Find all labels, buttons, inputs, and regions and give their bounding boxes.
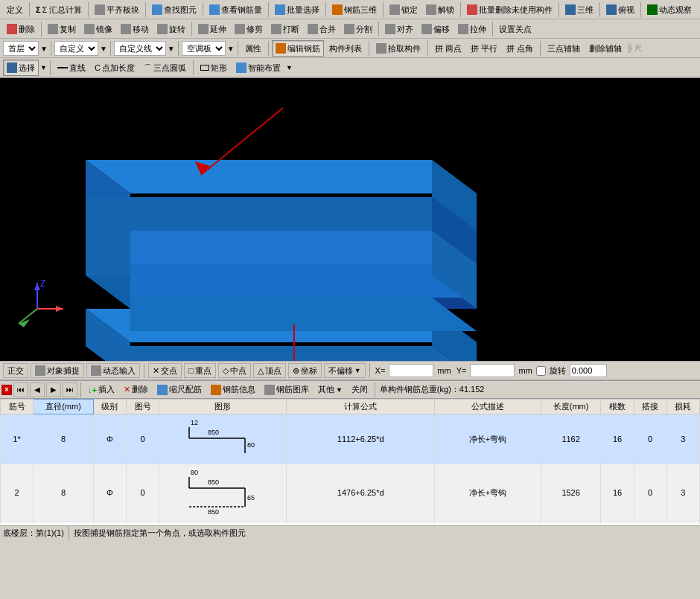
rebar-delete-btn[interactable]: ✕ 删除 — [120, 382, 152, 397]
parallel-btn[interactable]: 拼 平行 — [467, 40, 501, 57]
select-btn[interactable]: 选择 — [3, 60, 39, 76]
sep14 — [378, 22, 379, 36]
next-btn[interactable]: ▶ — [46, 382, 61, 397]
pick-point-btn[interactable]: 拾取构件 — [372, 40, 424, 57]
add-length-btn[interactable]: C 点加长度 — [91, 60, 139, 76]
component-select[interactable]: 空调板 — [182, 41, 226, 56]
coordinate-btn[interactable]: ⊕ 坐标 — [288, 363, 322, 378]
svg-marker-4 — [86, 197, 477, 231]
orthogonal-btn[interactable]: 正交 — [3, 363, 28, 378]
copy-btn[interactable]: 复制 — [44, 21, 80, 37]
smart-layout-icon — [236, 63, 246, 73]
break-btn[interactable]: 打断 — [267, 21, 303, 37]
stretch-btn[interactable]: 拉伸 — [454, 21, 490, 37]
y-input[interactable] — [470, 364, 515, 377]
line-icon — [57, 67, 68, 68]
dynamic-view-label: 动态观察 — [659, 4, 692, 16]
main-viewport[interactable]: Z — [0, 78, 700, 361]
table-container[interactable]: 筋号 直径(mm) 级别 图号 图形 计算公式 公式描述 长度(mm) 根数 搭… — [0, 399, 700, 524]
prop-btn[interactable]: 属性 — [241, 40, 265, 57]
lock-btn[interactable]: 锁定 — [386, 1, 421, 18]
cell-diameter[interactable] — [34, 522, 94, 525]
cross-btn[interactable]: ✕ 交点 — [148, 363, 182, 378]
close-btn[interactable]: 关闭 — [348, 382, 372, 397]
sep24 — [50, 60, 51, 75]
unlock-btn[interactable]: 解锁 — [422, 1, 458, 18]
toolbar-row3: 首层 ▼ 自定义 ▼ 自定义线 ▼ 空调板 ▼ 属性 编辑钢筋 构件列表 拾取构… — [0, 39, 700, 58]
rebar-info-btn[interactable]: 钢筋信息 — [207, 382, 259, 397]
define-btn[interactable]: 定义 — [3, 1, 27, 18]
prev-btn[interactable]: ◀ — [30, 382, 45, 397]
col-figno: 图号 — [126, 400, 159, 414]
batch-select-btn[interactable]: 批量选择 — [271, 1, 323, 18]
top-view-btn[interactable]: 俯视 — [602, 1, 638, 18]
corner-btn[interactable]: 拼 点角 — [503, 40, 537, 57]
table-row[interactable]: 3 80 净长+弯钩 735 — [1, 522, 700, 525]
last-btn[interactable]: ⏭ — [63, 382, 77, 397]
joint-btn[interactable]: 拼 两点 — [431, 40, 465, 57]
mirror-btn[interactable]: 镜像 — [80, 21, 116, 37]
dynamic-view-btn[interactable]: 动态观察 — [643, 1, 696, 18]
sep12 — [41, 22, 42, 36]
batch-delete-btn[interactable]: 批量删除未使用构件 — [463, 1, 556, 18]
rebar-3d-btn[interactable]: 钢筋三维 — [328, 1, 381, 18]
scale-match-btn[interactable]: 缩尺配筋 — [153, 382, 206, 397]
midpoint-btn[interactable]: □ 重点 — [184, 363, 216, 378]
x-input[interactable] — [389, 364, 433, 377]
view-rebar-btn[interactable]: 查看钢筋量 — [206, 1, 266, 18]
edit-rebar-btn[interactable]: 编辑钢筋 — [272, 40, 324, 57]
cell-diameter[interactable]: 8 — [34, 414, 94, 464]
three-arc-btn[interactable]: ⌒ 三点圆弧 — [140, 60, 190, 76]
offset-btn[interactable]: 偏移 — [418, 21, 454, 37]
dynamic-btn[interactable]: 动态输入 — [86, 363, 140, 378]
trim-label: 修剪 — [246, 24, 263, 35]
snap-label: 对象捕捉 — [47, 365, 80, 377]
top-view-icon — [606, 4, 617, 15]
merge-btn[interactable]: 合并 — [304, 21, 340, 37]
sum-btn[interactable]: Σ Σ 汇总计算 — [32, 1, 86, 18]
rectangle-btn[interactable]: 矩形 — [197, 60, 231, 76]
other-btn[interactable]: 其他 ▼ — [314, 382, 346, 397]
offset-icon — [421, 24, 432, 34]
smart-layout-btn[interactable]: 智能布置 — [232, 60, 284, 76]
find-element-icon — [152, 4, 162, 15]
center-btn[interactable]: ◇ 中点 — [218, 363, 251, 378]
offset-label: 偏移 — [433, 24, 450, 35]
sep30 — [69, 526, 69, 541]
pick-point-icon — [376, 43, 386, 54]
col-diameter[interactable]: 直径(mm) — [34, 400, 94, 414]
line-arrow: ▼ — [168, 45, 175, 53]
line-select[interactable]: 自定义线 — [114, 41, 166, 56]
flat-panel-btn[interactable]: 平齐板块 — [91, 1, 143, 18]
sep23 — [540, 41, 541, 56]
trim-btn[interactable]: 修剪 — [231, 21, 267, 37]
svg-text:80: 80 — [247, 441, 255, 449]
first-btn[interactable]: ⏮ — [13, 382, 28, 397]
move-btn[interactable]: 移动 — [117, 21, 153, 37]
cell-diameter[interactable]: 8 — [34, 464, 94, 522]
panel-close-btn[interactable]: × — [1, 385, 12, 395]
delete-aux-btn[interactable]: 删除辅轴 — [585, 40, 626, 57]
split-btn[interactable]: 分割 — [340, 21, 376, 37]
floor-select[interactable]: 首层 — [3, 41, 39, 56]
align-btn[interactable]: 对齐 — [381, 21, 417, 37]
find-element-btn[interactable]: 查找图元 — [148, 1, 200, 18]
delete-btn[interactable]: 删除 — [3, 21, 39, 37]
vertex-btn[interactable]: △ 顶点 — [253, 363, 286, 378]
extend-btn[interactable]: 延伸 — [194, 21, 230, 37]
snap-btn[interactable]: 对象捕捉 — [31, 363, 84, 378]
table-row[interactable]: 1* 8 Φ 0 850 80 12 — [1, 414, 700, 464]
type-select[interactable]: 自定义 — [54, 41, 98, 56]
rotate-btn[interactable]: 旋转 — [153, 21, 189, 37]
table-row[interactable]: 2 8 Φ 0 850 65 80 — [1, 464, 700, 522]
3d-btn[interactable]: 三维 — [561, 1, 597, 18]
rebar-library-btn[interactable]: 钢筋图库 — [261, 382, 313, 397]
no-offset-btn[interactable]: 不偏移 ▼ — [324, 363, 366, 378]
three-axis-btn[interactable]: 三点辅轴 — [544, 40, 584, 57]
component-list-btn[interactable]: 构件列表 — [325, 40, 366, 57]
rotate-input[interactable] — [570, 364, 607, 377]
line-btn[interactable]: 直线 — [54, 60, 89, 76]
rotate-check[interactable] — [536, 366, 546, 376]
set-point-btn[interactable]: 设置关点 — [495, 21, 535, 37]
insert-btn[interactable]: ↓+ 插入 — [84, 382, 118, 397]
